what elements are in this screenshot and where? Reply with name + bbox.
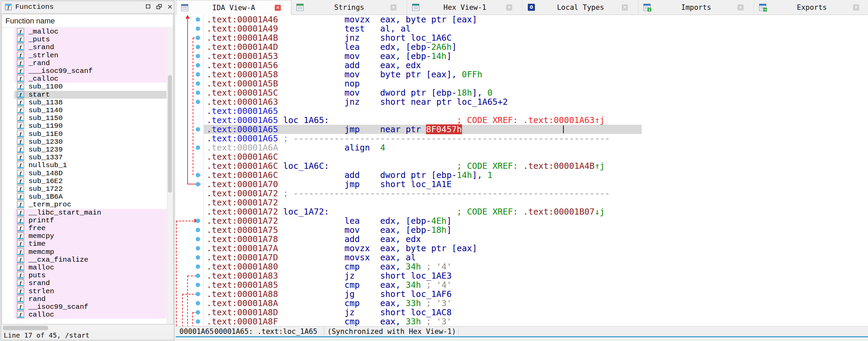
tab-close-icon[interactable]: ✕ (853, 4, 859, 11)
function-row-srand[interactable]: fsrand (2, 279, 167, 287)
horizontal-scrollbar-thumb[interactable] (3, 326, 48, 330)
function-row-sub_1337[interactable]: fsub_1337 (2, 154, 167, 161)
function-row-___isoc99_scanf[interactable]: f___isoc99_scanf (2, 67, 167, 75)
function-row-sub_1138[interactable]: fsub_1138 (2, 99, 167, 106)
code-line[interactable]: .text:00001A5B nop (207, 79, 360, 88)
function-row-free[interactable]: ffree (2, 224, 167, 232)
code-line[interactable]: .text:00001A6A align 4 (207, 143, 385, 152)
code-line[interactable]: .text:00001A8D jz short loc_1AC8 (207, 308, 451, 317)
function-icon: f (17, 209, 24, 216)
code-line[interactable]: .text:00001A53 mov eax, [ebp-14h] (207, 52, 451, 61)
code-line[interactable]: .text:00001A8A cmp eax, 33h ; '3' (207, 299, 451, 308)
tab-strings[interactable]: Strings✕ (292, 0, 407, 15)
code-line[interactable]: .text:00001A65 ; -----------------------… (207, 134, 610, 143)
function-row-sub_1239[interactable]: fsub_1239 (2, 146, 167, 154)
code-line[interactable]: .text:00001A72 ; -----------------------… (207, 189, 610, 198)
tab-close-icon[interactable]: ✕ (390, 4, 397, 11)
function-row-strlen[interactable]: fstrlen (2, 287, 167, 295)
code-line[interactable]: .text:00001A65 loc_1A65: ; CODE XREF: .t… (207, 116, 605, 125)
function-row-sub_1230[interactable]: fsub_1230 (2, 138, 167, 146)
tab-close-icon[interactable]: ✕ (737, 4, 744, 11)
functions-list: Function name f_mallocf_putsf_srandf_str… (2, 14, 173, 324)
function-row-malloc[interactable]: fmalloc (2, 264, 167, 272)
function-row-memcpy[interactable]: fmemcpy (2, 232, 167, 240)
function-row-__isoc99_scanf[interactable]: f__isoc99_scanf (2, 303, 167, 311)
function-row-time[interactable]: ftime (2, 240, 167, 248)
function-row-_strlen[interactable]: f_strlen (2, 52, 167, 59)
code-line[interactable]: .text:00001A78 add eax, edx (207, 235, 421, 244)
code-line-dot (196, 127, 200, 132)
code-line[interactable]: .text:00001A46 movzx eax, byte ptr [eax] (207, 15, 477, 24)
code-line[interactable]: .text:00001A72 lea edx, [ebp-4Eh] (207, 216, 451, 225)
status-cell: (Synchronized with Hex View-1) (327, 327, 456, 336)
function-row-sub_1722[interactable]: fsub_1722 (2, 185, 167, 193)
function-row-sub_11E0[interactable]: fsub_11E0 (2, 130, 167, 138)
code-line[interactable]: .text:00001A65 (207, 106, 278, 116)
code-line[interactable]: .text:00001A6C add dword ptr [ebp-14h], … (207, 170, 493, 180)
code-line[interactable]: .text:00001A75 mov eax, [ebp-18h] (207, 225, 451, 235)
functions-vertical-scrollbar[interactable] (167, 28, 173, 324)
function-row-_term_proc[interactable]: f_term_proc (2, 201, 167, 208)
code-line[interactable]: .text:00001A4B jnz short loc_1A6C (207, 33, 451, 42)
function-row-__cxa_finalize[interactable]: f__cxa_finalize (2, 256, 167, 264)
code-line[interactable]: .text:00001A70 jmp short loc_1A1E (207, 180, 451, 189)
function-row-_srand[interactable]: f_srand (2, 43, 167, 51)
functions-panel-titlebar[interactable]: f Functions ✕ (1, 1, 174, 14)
function-row-nullsub_1[interactable]: fnullsub_1 (2, 161, 167, 169)
vertical-scrollbar-thumb[interactable] (168, 75, 172, 193)
code-line[interactable]: .text:00001A85 cmp eax, 34h ; '4' (207, 280, 451, 289)
tab-close-icon[interactable]: ✕ (506, 4, 512, 11)
code-line[interactable]: .text:00001A56 add eax, edx (207, 61, 421, 70)
tab-ida-view-a[interactable]: IDA View-A✕ (176, 0, 291, 15)
code-line[interactable]: .text:00001A83 jz short loc_1AE3 (207, 271, 451, 280)
close-icon[interactable]: ✕ (167, 4, 173, 10)
function-name: ___isoc99_scanf (28, 67, 93, 75)
function-row-_puts[interactable]: f_puts (2, 36, 167, 43)
code-line[interactable]: .text:00001A4D lea edx, [ebp-2A6h] (207, 42, 457, 52)
function-row-sub_1100[interactable]: fsub_1100 (2, 83, 167, 91)
code-line[interactable]: .text:00001A7D movsx eax, al (207, 253, 416, 262)
code-line[interactable]: .text:00001A6C loc_1A6C: ; CODE XREF: .t… (207, 161, 605, 170)
function-row-sub_1150[interactable]: fsub_1150 (2, 114, 167, 122)
function-row-_calloc[interactable]: f_calloc (2, 75, 167, 83)
code-line[interactable]: .text:00001A5C mov dword ptr [ebp-18h], … (207, 88, 493, 97)
tab-local-types[interactable]: Local Types0✕ (523, 0, 638, 15)
function-row-__libc_start_main[interactable]: f__libc_start_main (2, 209, 167, 217)
function-row-puts[interactable]: fputs (2, 272, 167, 279)
code-line[interactable]: .text:00001A49 test al, al (207, 24, 411, 33)
function-row-_rand[interactable]: f_rand (2, 59, 167, 67)
tab-exports[interactable]: Exports→✕ (754, 0, 868, 15)
dock-separator[interactable] (176, 336, 868, 337)
code-line[interactable]: .text:00001A80 cmp eax, 34h ; '4' (207, 262, 451, 271)
function-row-sub_148D[interactable]: fsub_148D (2, 169, 167, 177)
code-line[interactable]: .text:00001A63 jnz short near ptr loc_1A… (207, 97, 508, 106)
code-line[interactable]: .text:00001A6C (207, 152, 278, 161)
code-line[interactable]: .text:00001A7A movzx eax, byte ptr [eax] (207, 244, 477, 253)
function-row-printf[interactable]: fprintf (2, 217, 167, 224)
tab-close-icon[interactable]: ✕ (275, 5, 281, 11)
function-row-sub_16E2[interactable]: fsub_16E2 (2, 177, 167, 185)
float-window-icon[interactable] (156, 4, 163, 10)
code-line[interactable]: .text:00001A72 (207, 198, 278, 207)
maximize-icon[interactable] (145, 4, 152, 10)
code-line[interactable]: .text:00001A65 jmp near ptr 8F0457h (207, 125, 462, 134)
code-line[interactable]: .text:00001A88 jg short loc_1AF6 (207, 289, 451, 299)
code-line[interactable]: .text:00001A8F cmp eax, 33h ; '3' (207, 317, 451, 326)
function-row-sub_1190[interactable]: fsub_1190 (2, 122, 167, 130)
ida-view-disassembly[interactable]: .text:00001A46 movzx eax, byte ptr [eax]… (176, 15, 868, 326)
code-line[interactable]: .text:00001A58 mov byte ptr [eax], 0FFh (207, 70, 482, 79)
function-row-_malloc[interactable]: f_malloc (2, 28, 167, 36)
function-row-calloc[interactable]: fcalloc (2, 311, 167, 319)
function-row-start[interactable]: fstart (2, 91, 167, 99)
function-row-memcmp[interactable]: fmemcmp (2, 248, 167, 256)
function-row-sub_1140[interactable]: fsub_1140 (2, 106, 167, 114)
function-row-sub_1B6A[interactable]: fsub_1B6A (2, 193, 167, 201)
functions-horizontal-scrollbar[interactable] (2, 325, 173, 331)
code-line[interactable]: .text:00001A72 loc_1A72: ; CODE XREF: .t… (207, 207, 605, 216)
tab-imports[interactable]: Imports↓✕ (639, 0, 754, 15)
function-name-column-header[interactable]: Function name (2, 14, 173, 27)
function-icon: f (17, 28, 24, 35)
tab-close-icon[interactable]: ✕ (622, 4, 628, 11)
tab-hex-view-1[interactable]: Hex View-1✕ (407, 0, 523, 15)
function-row-rand[interactable]: frand (2, 295, 167, 303)
